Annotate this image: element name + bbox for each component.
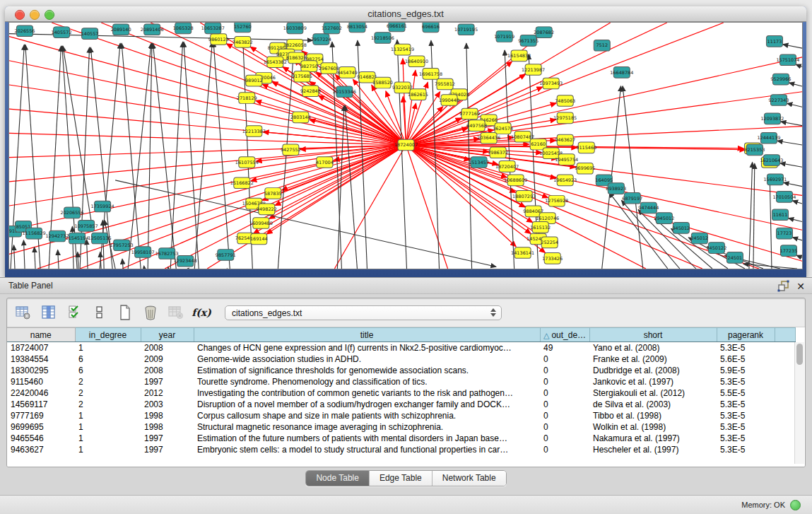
table-cell[interactable]: 2: [75, 399, 141, 410]
table-row[interactable]: 1938455462009Genome-wide association stu…: [7, 354, 795, 365]
graph-node[interactable]: 7957224: [311, 34, 331, 45]
graph-node[interactable]: 16961758: [419, 69, 442, 80]
table-cell[interactable]: 5.3E-5: [717, 376, 775, 387]
graph-node[interactable]: 9777169: [459, 108, 480, 119]
graph-node[interactable]: 9227343: [768, 95, 789, 106]
graph-node[interactable]: 10973493: [539, 78, 563, 89]
graph-node[interactable]: 16543382: [264, 57, 287, 68]
table-row[interactable]: 1456911722003Disruption of a novel membe…: [7, 399, 795, 410]
table-cell[interactable]: Embryonic stem cells: a model to study s…: [194, 444, 540, 455]
graph-node[interactable]: 1588520: [372, 77, 393, 88]
graph-node[interactable]: 19654923: [553, 175, 577, 186]
graph-node[interactable]: 18807293: [512, 191, 536, 202]
graph-node[interactable]: 7955812: [435, 78, 455, 90]
table-cell[interactable]: 2: [75, 387, 141, 399]
graph-node[interactable]: 9860123: [208, 34, 229, 45]
select-all-icon[interactable]: [66, 305, 82, 320]
table-cell[interactable]: 2003: [141, 399, 194, 410]
graph-node[interactable]: 1990448: [439, 95, 459, 106]
scrollbar-thumb[interactable]: [796, 344, 803, 365]
graph-node[interactable]: 7463822: [233, 37, 253, 48]
graph-node[interactable]: 1862615: [408, 89, 428, 100]
graph-node[interactable]: 10975857: [75, 221, 98, 232]
graph-node[interactable]: 16099489: [249, 218, 273, 229]
table-cell[interactable]: Yano et al. (2008): [589, 342, 717, 354]
table-cell[interactable]: Hescheler et al. (1997): [589, 444, 717, 455]
graph-node[interactable]: 7512: [594, 40, 610, 51]
graph-node[interactable]: 9427552: [281, 144, 301, 156]
delete-row-trash-icon[interactable]: [143, 305, 158, 320]
graph-node[interactable]: 18724007: [394, 139, 418, 151]
table-cell[interactable]: Estimation of significance thresholds fo…: [194, 365, 540, 376]
table-cell[interactable]: Corpus callosum shape and size in male p…: [194, 410, 540, 421]
new-row-icon[interactable]: [117, 305, 133, 320]
graph-node[interactable]: 20153346: [333, 86, 356, 98]
table-cell[interactable]: 19384554: [7, 354, 75, 365]
graph-node[interactable]: 15751074: [776, 54, 799, 66]
network-window-titlebar[interactable]: citations_edges.txt: [5, 6, 806, 22]
table-cell[interactable]: 5.3E-5: [717, 444, 775, 455]
table-cell[interactable]: 5.3E-5: [717, 399, 775, 410]
table-cell[interactable]: Nakamura et al. (1997): [589, 433, 717, 444]
table-cell[interactable]: 1998: [141, 410, 194, 421]
graph-node[interactable]: 2026556: [15, 25, 35, 37]
table-cell[interactable]: 1997: [141, 433, 194, 444]
function-builder-icon[interactable]: f(x): [194, 305, 209, 320]
graph-node[interactable]: 169144: [250, 233, 268, 245]
table-cell[interactable]: [775, 387, 795, 399]
graph-node[interactable]: 15692971: [763, 174, 787, 185]
graph-node[interactable]: 12505135: [88, 233, 112, 244]
graph-node[interactable]: 14136141: [511, 247, 534, 259]
graph-node[interactable]: 2450122: [706, 243, 726, 254]
graph-node[interactable]: 17359924: [91, 201, 114, 212]
table-cell[interactable]: 1997: [141, 444, 194, 455]
graph-node[interactable]: 140557: [81, 28, 99, 40]
table-selector-dropdown[interactable]: citations_edges.txt: [225, 305, 502, 320]
graph-node[interactable]: 3624574: [493, 123, 513, 134]
graph-node[interactable]: 16154838: [507, 50, 531, 62]
graph-node[interactable]: 8215353: [744, 144, 765, 156]
table-cell[interactable]: 2008: [141, 342, 194, 354]
table-cell[interactable]: 49: [540, 342, 589, 354]
graph-node[interactable]: 2803144: [290, 112, 311, 123]
column-header-out-degree[interactable]: △out_de…: [540, 328, 589, 342]
table-cell[interactable]: 1998: [141, 421, 194, 433]
table-cell[interactable]: 1: [75, 410, 141, 421]
graph-node[interactable]: 11173: [766, 36, 782, 47]
graph-node[interactable]: 1071919: [494, 31, 514, 42]
column-header-short[interactable]: short: [589, 328, 717, 342]
table-cell[interactable]: 5.3E-5: [717, 342, 775, 354]
graph-node[interactable]: 12093872: [760, 113, 784, 124]
graph-node[interactable]: 1615132: [530, 222, 551, 233]
table-row[interactable]: 911546021997Tourette syndrome. Phenomeno…: [7, 376, 795, 387]
close-panel-icon[interactable]: ✕: [796, 281, 805, 292]
graph-node[interactable]: 1405572: [52, 27, 72, 38]
graph-node[interactable]: 12756928: [545, 195, 568, 206]
table-cell[interactable]: [775, 354, 795, 365]
table-cell[interactable]: 0: [540, 354, 589, 365]
graph-node[interactable]: 2089140: [111, 24, 131, 35]
column-header-year[interactable]: year: [141, 328, 194, 342]
graph-node[interactable]: 6879197: [622, 192, 642, 204]
table-cell[interactable]: 0: [540, 387, 589, 399]
table-cell[interactable]: 2009: [141, 354, 194, 365]
graph-node[interactable]: 10688609: [504, 175, 527, 186]
table-cell[interactable]: 0: [540, 421, 589, 433]
graph-node[interactable]: 2087682: [534, 27, 554, 38]
clear-selection-icon[interactable]: [92, 305, 107, 320]
table-cell[interactable]: Tourette syndrome. Phenomenology and cla…: [194, 376, 540, 387]
graph-node[interactable]: 9699695: [575, 163, 595, 174]
graph-node[interactable]: 7485063: [555, 95, 575, 107]
network-canvas[interactable]: 9860123746382289129541822605898275081654…: [8, 22, 803, 269]
table-cell[interactable]: Jankovic et al. (1997): [589, 376, 717, 387]
graph-node[interactable]: 12213987: [522, 64, 545, 76]
graph-node[interactable]: 9671355: [518, 35, 539, 47]
graph-node[interactable]: 9529966: [771, 74, 792, 85]
graph-node[interactable]: 10719195: [454, 24, 478, 35]
table-cell[interactable]: Genome-wide association studies in ADHD.: [194, 354, 540, 365]
graph-node[interactable]: 9242848: [300, 86, 321, 97]
table-cell[interactable]: 9699695: [7, 421, 75, 433]
table-cell[interactable]: 22420046: [7, 387, 75, 399]
table-cell[interactable]: 1: [75, 421, 141, 433]
graph-node[interactable]: 19218506: [371, 33, 394, 44]
